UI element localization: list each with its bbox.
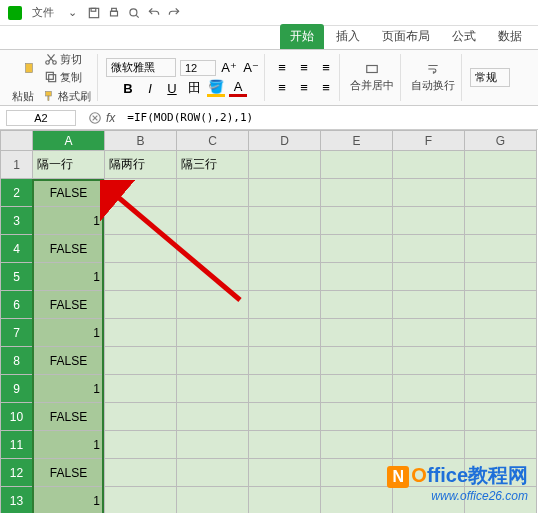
row-header[interactable]: 4 — [1, 235, 33, 263]
cell[interactable] — [105, 487, 177, 514]
cell[interactable] — [321, 263, 393, 291]
cell[interactable] — [393, 375, 465, 403]
cell[interactable] — [105, 375, 177, 403]
row-header[interactable]: 3 — [1, 207, 33, 235]
row-header[interactable]: 1 — [1, 151, 33, 179]
fx-icon[interactable]: fx — [106, 111, 115, 125]
cell[interactable] — [321, 375, 393, 403]
name-box[interactable]: A2 — [6, 110, 76, 126]
cell[interactable] — [393, 263, 465, 291]
row-header[interactable]: 7 — [1, 319, 33, 347]
file-dropdown-icon[interactable]: ⌄ — [64, 6, 81, 19]
merge-button[interactable]: 合并居中 — [348, 61, 396, 94]
cell[interactable] — [177, 291, 249, 319]
cell[interactable] — [321, 151, 393, 179]
cell[interactable]: 1 — [33, 375, 105, 403]
fill-color-button[interactable]: 🪣 — [207, 79, 225, 97]
number-format-select[interactable]: 常规 — [470, 68, 510, 87]
cell[interactable] — [105, 207, 177, 235]
cell[interactable] — [393, 291, 465, 319]
font-select[interactable]: 微软雅黑 — [106, 58, 176, 77]
cell[interactable] — [321, 347, 393, 375]
row-header[interactable]: 9 — [1, 375, 33, 403]
cell[interactable] — [249, 319, 321, 347]
cell[interactable] — [249, 487, 321, 514]
cell[interactable] — [177, 263, 249, 291]
cell[interactable] — [105, 263, 177, 291]
cell[interactable] — [249, 403, 321, 431]
cell[interactable] — [249, 235, 321, 263]
cell[interactable] — [465, 375, 537, 403]
cell[interactable] — [465, 403, 537, 431]
col-header-d[interactable]: D — [249, 131, 321, 151]
cell[interactable] — [393, 179, 465, 207]
cell[interactable] — [249, 151, 321, 179]
cell[interactable] — [249, 459, 321, 487]
italic-button[interactable]: I — [141, 79, 159, 97]
cell[interactable] — [249, 431, 321, 459]
cell[interactable]: FALSE — [33, 403, 105, 431]
tab-data[interactable]: 数据 — [488, 24, 532, 49]
formula-bar[interactable]: =IF(MOD(ROW(),2),1) — [121, 109, 538, 126]
cell[interactable] — [177, 319, 249, 347]
format-painter-button[interactable]: 格式刷 — [40, 88, 93, 105]
cell[interactable] — [177, 375, 249, 403]
align-bot-icon[interactable]: ≡ — [317, 59, 335, 77]
cell[interactable] — [249, 179, 321, 207]
col-header-b[interactable]: B — [105, 131, 177, 151]
cell[interactable]: 1 — [33, 431, 105, 459]
cell[interactable] — [177, 347, 249, 375]
cell[interactable] — [105, 319, 177, 347]
print-icon[interactable] — [107, 6, 121, 20]
cell[interactable] — [105, 179, 177, 207]
cell[interactable] — [321, 487, 393, 514]
increase-font-icon[interactable]: A⁺ — [220, 59, 238, 77]
cell[interactable] — [105, 459, 177, 487]
cell[interactable] — [465, 319, 537, 347]
cell[interactable] — [465, 347, 537, 375]
col-header-f[interactable]: F — [393, 131, 465, 151]
underline-button[interactable]: U — [163, 79, 181, 97]
cell[interactable] — [249, 347, 321, 375]
cell[interactable] — [393, 347, 465, 375]
cell[interactable] — [321, 179, 393, 207]
file-menu[interactable]: 文件 — [28, 5, 58, 20]
wrap-button[interactable]: 自动换行 — [409, 61, 457, 94]
row-header[interactable]: 10 — [1, 403, 33, 431]
cell[interactable]: 隔两行 — [105, 151, 177, 179]
align-center-icon[interactable]: ≡ — [295, 79, 313, 97]
row-header[interactable]: 11 — [1, 431, 33, 459]
cell[interactable] — [321, 319, 393, 347]
cell[interactable] — [465, 235, 537, 263]
row-header[interactable]: 6 — [1, 291, 33, 319]
cell[interactable] — [105, 291, 177, 319]
cell[interactable]: 1 — [33, 207, 105, 235]
col-header-e[interactable]: E — [321, 131, 393, 151]
font-size-select[interactable]: 12 — [180, 60, 216, 76]
cell[interactable] — [249, 263, 321, 291]
cell[interactable] — [393, 235, 465, 263]
row-header[interactable]: 12 — [1, 459, 33, 487]
align-mid-icon[interactable]: ≡ — [295, 59, 313, 77]
align-left-icon[interactable]: ≡ — [273, 79, 291, 97]
cell[interactable] — [249, 291, 321, 319]
cell[interactable] — [465, 263, 537, 291]
col-header-a[interactable]: A — [33, 131, 105, 151]
cell[interactable]: 1 — [33, 487, 105, 514]
redo-icon[interactable] — [167, 6, 181, 20]
font-color-button[interactable]: A — [229, 79, 247, 97]
cell[interactable] — [465, 291, 537, 319]
row-header[interactable]: 5 — [1, 263, 33, 291]
tab-start[interactable]: 开始 — [280, 24, 324, 49]
cell[interactable] — [177, 235, 249, 263]
align-top-icon[interactable]: ≡ — [273, 59, 291, 77]
save-icon[interactable] — [87, 6, 101, 20]
cell[interactable] — [465, 207, 537, 235]
cell[interactable] — [105, 235, 177, 263]
cell[interactable] — [105, 347, 177, 375]
bold-button[interactable]: B — [119, 79, 137, 97]
row-header[interactable]: 2 — [1, 179, 33, 207]
cell[interactable]: 1 — [33, 263, 105, 291]
cell[interactable] — [177, 179, 249, 207]
cell[interactable]: 1 — [33, 319, 105, 347]
